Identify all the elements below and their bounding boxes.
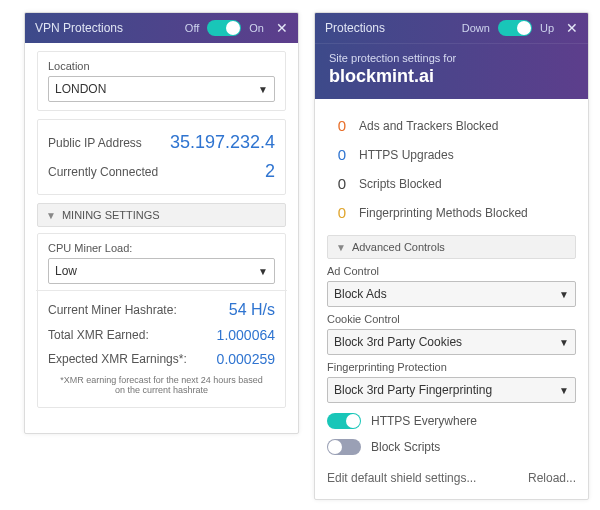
toggle-down-label: Down (462, 22, 490, 34)
block-scripts-label: Block Scripts (371, 440, 440, 454)
close-icon[interactable]: ✕ (276, 21, 288, 35)
location-value: LONDON (55, 82, 106, 96)
panel-footer: Edit default shield settings... Reload..… (315, 463, 588, 493)
site-sub-label: Site protection settings for (329, 52, 574, 64)
advanced-controls: Ad Control Block Ads ▼ Cookie Control Bl… (327, 265, 576, 455)
fingerprint-select[interactable]: Block 3rd Party Fingerprinting ▼ (327, 377, 576, 403)
https-everywhere-label: HTTPS Everywhere (371, 414, 477, 428)
fingerprint-value: Block 3rd Party Fingerprinting (334, 383, 492, 397)
vpn-toggle[interactable] (207, 20, 241, 36)
protection-label: Fingerprinting Methods Blocked (359, 206, 528, 220)
hashrate-value: 54 H/s (229, 301, 275, 319)
site-domain: blockmint.ai (329, 66, 574, 87)
protections-toggle[interactable] (498, 20, 532, 36)
connected-label: Currently Connected (48, 165, 158, 179)
divider (36, 290, 287, 291)
location-label: Location (48, 60, 275, 72)
ip-label: Public IP Address (48, 136, 142, 150)
protections-header: Protections Down Up ✕ (315, 13, 588, 43)
protection-count: 0 (333, 175, 351, 192)
cookie-control-label: Cookie Control (327, 313, 576, 325)
protection-count: 0 (333, 146, 351, 163)
total-xmr-value: 1.000064 (217, 327, 275, 343)
protection-item: 0HTTPS Upgrades (329, 140, 574, 169)
ad-control-select[interactable]: Block Ads ▼ (327, 281, 576, 307)
cpu-load-label: CPU Miner Load: (48, 242, 275, 254)
hashrate-label: Current Miner Hashrate: (48, 303, 177, 317)
network-block: Public IP Address 35.197.232.4 Currently… (37, 119, 286, 195)
ip-value: 35.197.232.4 (170, 132, 275, 153)
fingerprint-label: Fingerprinting Protection (327, 361, 576, 373)
block-scripts-toggle[interactable] (327, 439, 361, 455)
chevron-down-icon: ▼ (258, 266, 268, 277)
total-xmr-label: Total XMR Earned: (48, 328, 149, 342)
cookie-control-select[interactable]: Block 3rd Party Cookies ▼ (327, 329, 576, 355)
toggle-up-label: Up (540, 22, 554, 34)
ad-control-value: Block Ads (334, 287, 387, 301)
protection-count: 0 (333, 204, 351, 221)
location-select[interactable]: LONDON ▼ (48, 76, 275, 102)
protection-count: 0 (333, 117, 351, 134)
protections-panel: Protections Down Up ✕ Site protection se… (314, 12, 589, 500)
mining-block: CPU Miner Load: Low ▼ Current Miner Hash… (37, 233, 286, 408)
toggle-off-label: Off (185, 22, 199, 34)
protection-label: Ads and Trackers Blocked (359, 119, 498, 133)
mining-header-label: MINING SETTINGS (62, 209, 160, 221)
advanced-section-header[interactable]: ▼ Advanced Controls (327, 235, 576, 259)
chevron-down-icon: ▼ (559, 337, 569, 348)
chevron-down-icon: ▼ (336, 242, 346, 253)
protection-item: 0Fingerprinting Methods Blocked (329, 198, 574, 227)
chevron-down-icon: ▼ (46, 210, 56, 221)
vpn-panel: VPN Protections Off On ✕ Location LONDON… (24, 12, 299, 434)
protections-title: Protections (325, 21, 385, 35)
protection-item: 0Scripts Blocked (329, 169, 574, 198)
close-icon[interactable]: ✕ (566, 21, 578, 35)
expected-xmr-label: Expected XMR Earnings*: (48, 352, 187, 366)
https-everywhere-toggle[interactable] (327, 413, 361, 429)
reload-link[interactable]: Reload... (528, 471, 576, 485)
cookie-control-value: Block 3rd Party Cookies (334, 335, 462, 349)
protection-label: Scripts Blocked (359, 177, 442, 191)
protection-counts: 0Ads and Trackers Blocked0HTTPS Upgrades… (327, 107, 576, 235)
chevron-down-icon: ▼ (559, 385, 569, 396)
expected-xmr-value: 0.000259 (217, 351, 275, 367)
edit-defaults-link[interactable]: Edit default shield settings... (327, 471, 476, 485)
vpn-header: VPN Protections Off On ✕ (25, 13, 298, 43)
cpu-load-value: Low (55, 264, 77, 278)
advanced-header-label: Advanced Controls (352, 241, 445, 253)
location-block: Location LONDON ▼ (37, 51, 286, 111)
chevron-down-icon: ▼ (258, 84, 268, 95)
ad-control-label: Ad Control (327, 265, 576, 277)
protection-item: 0Ads and Trackers Blocked (329, 111, 574, 140)
connected-value: 2 (265, 161, 275, 182)
cpu-load-select[interactable]: Low ▼ (48, 258, 275, 284)
xmr-footnote: *XMR earning forecast for the next 24 ho… (48, 371, 275, 399)
chevron-down-icon: ▼ (559, 289, 569, 300)
vpn-title: VPN Protections (35, 21, 123, 35)
site-subheader: Site protection settings for blockmint.a… (315, 43, 588, 99)
toggle-on-label: On (249, 22, 264, 34)
mining-section-header[interactable]: ▼ MINING SETTINGS (37, 203, 286, 227)
protection-label: HTTPS Upgrades (359, 148, 454, 162)
